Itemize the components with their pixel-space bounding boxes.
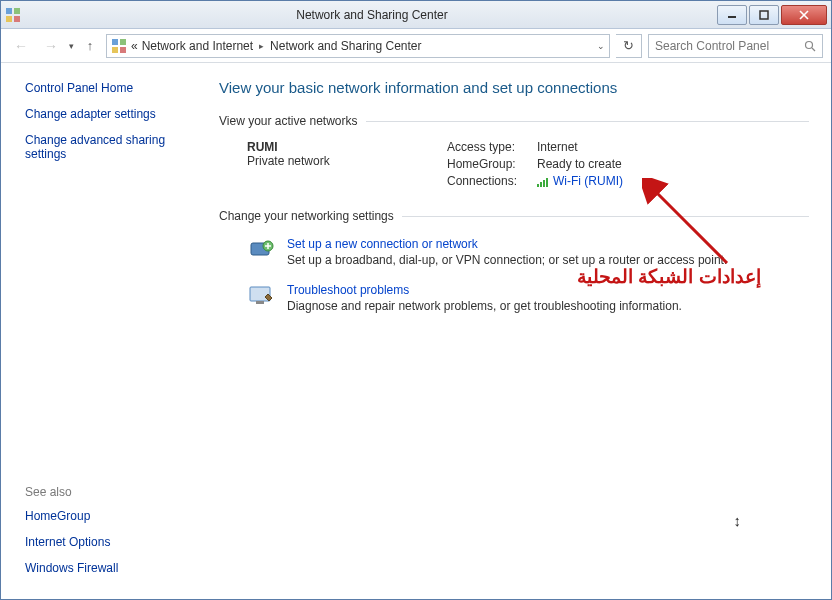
svg-line-13 — [812, 48, 815, 51]
page-heading: View your basic network information and … — [219, 79, 809, 96]
see-also-section: See also HomeGroup Internet Options Wind… — [25, 485, 193, 587]
window-controls — [717, 5, 827, 25]
network-type: Private network — [247, 154, 447, 168]
address-dropdown[interactable]: ⌄ — [597, 41, 605, 51]
window-frame: Network and Sharing Center ← → ▾ ↑ « Net… — [0, 0, 832, 600]
resize-cursor-icon: ↕ — [734, 512, 742, 529]
connections-label: Connections: — [447, 174, 537, 188]
troubleshoot-icon — [247, 283, 275, 311]
search-input[interactable]: Search Control Panel — [648, 34, 823, 58]
breadcrumb-item-2[interactable]: Network and Sharing Center — [270, 39, 421, 53]
refresh-button[interactable]: ↻ — [616, 34, 642, 58]
change-advanced-sharing-link[interactable]: Change advanced sharing settings — [25, 133, 193, 161]
close-button[interactable] — [781, 5, 827, 25]
maximize-button[interactable] — [749, 5, 779, 25]
search-icon — [804, 40, 816, 52]
annotation-text: إعدادات الشبكة المحلية — [577, 265, 761, 288]
control-panel-icon — [5, 7, 21, 23]
access-type-label: Access type: — [447, 140, 537, 154]
window-title: Network and Sharing Center — [27, 8, 717, 22]
see-also-label: See also — [25, 485, 193, 499]
wifi-signal-icon — [537, 177, 549, 187]
see-also-homegroup[interactable]: HomeGroup — [25, 509, 193, 523]
network-details: Access type:Internet HomeGroup:Ready to … — [447, 140, 623, 191]
homegroup-label: HomeGroup: — [447, 157, 537, 171]
minimize-button[interactable] — [717, 5, 747, 25]
search-placeholder: Search Control Panel — [655, 39, 769, 53]
network-identity: RUMI Private network — [247, 140, 447, 191]
svg-rect-10 — [112, 47, 118, 53]
see-also-windows-firewall[interactable]: Windows Firewall — [25, 561, 193, 575]
change-adapter-settings-link[interactable]: Change adapter settings — [25, 107, 193, 121]
content-area: Control Panel Home Change adapter settin… — [1, 63, 831, 599]
breadcrumb-item-1[interactable]: Network and Internet — [142, 39, 253, 53]
homegroup-link[interactable]: Ready to create — [537, 157, 622, 171]
annotation-arrow-icon — [642, 178, 737, 273]
network-name: RUMI — [247, 140, 447, 154]
forward-button[interactable]: → — [39, 34, 63, 58]
breadcrumb-icon — [111, 38, 127, 54]
svg-rect-11 — [120, 47, 126, 53]
svg-point-12 — [806, 41, 813, 48]
svg-rect-0 — [6, 8, 12, 14]
main-panel: View your basic network information and … — [207, 63, 831, 599]
sidebar: Control Panel Home Change adapter settin… — [1, 63, 207, 599]
svg-rect-17 — [256, 301, 264, 304]
access-type-value: Internet — [537, 140, 578, 154]
svg-rect-5 — [760, 11, 768, 19]
svg-rect-1 — [14, 8, 20, 14]
breadcrumb-overflow[interactable]: « — [131, 39, 138, 53]
setup-connection-icon — [247, 237, 275, 265]
up-button[interactable]: ↑ — [80, 36, 100, 56]
back-button[interactable]: ← — [9, 34, 33, 58]
svg-line-18 — [654, 190, 727, 263]
active-networks-label: View your active networks — [219, 114, 809, 128]
control-panel-home-link[interactable]: Control Panel Home — [25, 81, 193, 95]
chevron-right-icon[interactable]: ▸ — [259, 41, 264, 51]
titlebar[interactable]: Network and Sharing Center — [1, 1, 831, 29]
address-bar[interactable]: « Network and Internet ▸ Network and Sha… — [106, 34, 610, 58]
toolbar: ← → ▾ ↑ « Network and Internet ▸ Network… — [1, 29, 831, 63]
svg-rect-9 — [120, 39, 126, 45]
svg-rect-8 — [112, 39, 118, 45]
svg-rect-3 — [14, 16, 20, 22]
history-dropdown[interactable]: ▾ — [69, 41, 74, 51]
see-also-internet-options[interactable]: Internet Options — [25, 535, 193, 549]
connection-link[interactable]: Wi-Fi (RUMI) — [553, 174, 623, 188]
svg-rect-2 — [6, 16, 12, 22]
troubleshoot-desc: Diagnose and repair network problems, or… — [287, 299, 682, 313]
